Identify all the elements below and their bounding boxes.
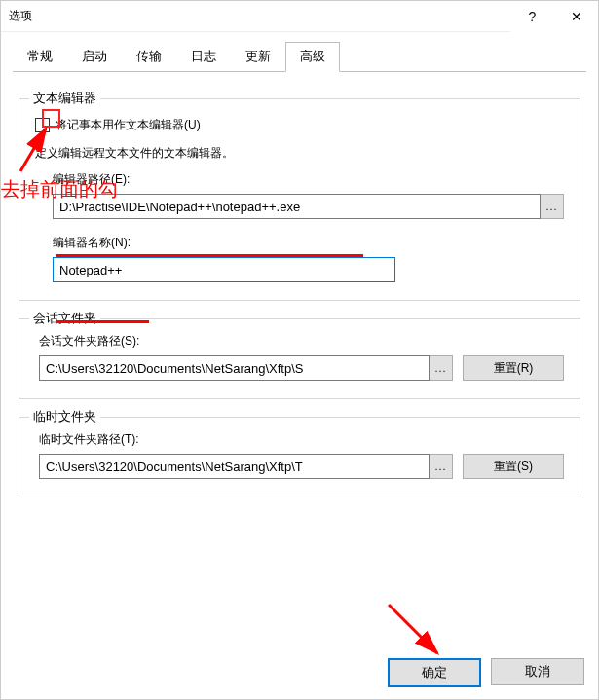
svg-line-1 (389, 605, 437, 653)
tab-advanced[interactable]: 高级 (285, 42, 340, 72)
annotation-arrow-to-ok (1, 1, 599, 700)
options-dialog: 选项 ? ✕ 常规 启动 传输 日志 更新 高级 文本编辑器 将记事本用作文本编… (0, 0, 599, 700)
